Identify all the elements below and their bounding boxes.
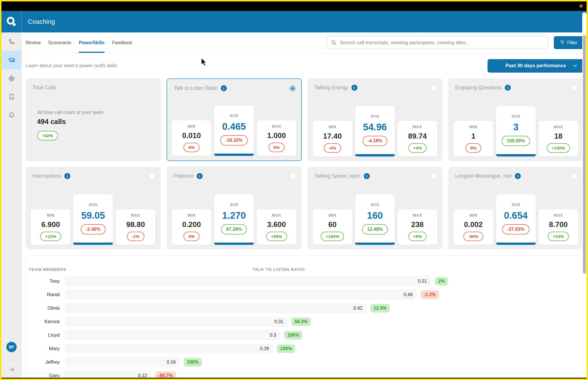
- stat-min-label: MIN: [328, 125, 336, 129]
- stat-avg-change-pill: 100.00%: [502, 136, 530, 146]
- app-window: Coaching: [1, 1, 587, 379]
- stat-avg: AVG 0.654 -27.83%: [496, 194, 536, 245]
- metric-card[interactable]: Talking Energy i MIN 17.40 -4% AVG 54.96…: [307, 78, 443, 161]
- window-bottom-edge: [1, 378, 587, 379]
- tab-review[interactable]: Review: [26, 32, 40, 53]
- info-icon[interactable]: i: [351, 85, 357, 91]
- stat-min: MIN 0.002 -50%: [454, 209, 493, 245]
- ratio-bar: 0.12: [65, 371, 151, 379]
- stat-min-change-pill: 0%: [465, 143, 481, 153]
- stat-avg: AVG 1.270 87.28%: [214, 194, 254, 245]
- team-member-row[interactable]: Tony 0.51 2%: [26, 274, 583, 288]
- ratio-value: 0.3: [270, 333, 276, 338]
- team-member-name: Kerrick: [26, 319, 60, 325]
- stat-min-change-pill: +13%: [40, 232, 61, 241]
- metric-select-radio[interactable]: [572, 173, 578, 179]
- stat-max-change-pill: -1%: [127, 232, 144, 241]
- screen-frame: Coaching: [0, 0, 588, 380]
- metric-select-radio[interactable]: [431, 85, 437, 91]
- info-icon[interactable]: i: [505, 85, 511, 91]
- tab-powerskills[interactable]: PowerSkills: [79, 32, 105, 53]
- stat-min-change-pill: +100%: [321, 232, 344, 241]
- stat-avg-label: AVG: [511, 202, 520, 207]
- info-icon[interactable]: i: [515, 173, 521, 179]
- metric-card[interactable]: Engaging Questions i MIN 1 0% AVG 3 100.…: [448, 78, 583, 161]
- column-header-metric: TALK TO LISTEN RATIO: [252, 267, 305, 272]
- stat-avg-change-pill: -2.49%: [81, 224, 106, 234]
- sidebar: BF: [1, 32, 22, 379]
- metric-card[interactable]: Interruptions i MIN 6.900 +13% AVG 59.05…: [26, 167, 161, 249]
- sidebar-collapse-toggle[interactable]: [1, 360, 22, 379]
- search-box[interactable]: [326, 36, 548, 49]
- period-dropdown[interactable]: Past 30 days performance: [488, 59, 583, 73]
- ratio-bar: 0.16: [65, 357, 180, 367]
- info-icon[interactable]: i: [221, 85, 227, 91]
- ratio-bar: 0.31: [65, 317, 287, 327]
- stat-avg-change-pill: -27.83%: [502, 224, 530, 234]
- stat-max-value: 3.600: [267, 220, 286, 229]
- info-icon[interactable]: i: [197, 173, 203, 179]
- stat-avg-value: 1.270: [222, 210, 246, 221]
- stat-max: MAX 98.80 -1%: [116, 209, 155, 245]
- ratio-value: 0.42: [353, 306, 362, 311]
- stat-max: MAX 238 +9%: [398, 209, 437, 245]
- filter-button[interactable]: Filter: [554, 36, 583, 49]
- metric-card[interactable]: Patience i MIN 0.200 0% AVG 1.270 87.28%…: [167, 167, 302, 249]
- scrollbar-track[interactable]: [582, 12, 587, 379]
- stat-max-change-pill: +9%: [408, 232, 427, 241]
- metric-card-title: Talking Energy: [314, 85, 348, 91]
- scrollbar-thumb[interactable]: [583, 35, 586, 274]
- team-member-row[interactable]: Olivia 0.42 12.3%: [26, 301, 583, 315]
- metric-card[interactable]: Talk to Listen Ratio i MIN 0.010 0% AVG …: [167, 78, 302, 161]
- stat-min: MIN 60 +100%: [313, 209, 352, 245]
- metric-select-radio[interactable]: [572, 85, 578, 91]
- sidebar-item-bookmarks[interactable]: [1, 88, 22, 106]
- column-header-team-members: TEAM MEMBERS: [29, 267, 66, 272]
- subheader: Learn about your team's power (soft) ski…: [22, 53, 587, 78]
- sidebar-item-notifications[interactable]: [1, 106, 22, 124]
- metric-select-radio[interactable]: [149, 173, 155, 179]
- sidebar-item-calls[interactable]: [1, 32, 22, 51]
- team-member-row[interactable]: Gary 0.12 -85.7%: [26, 369, 583, 379]
- phone-icon: [8, 38, 16, 46]
- stat-avg: AVG 3 100.00%: [496, 106, 536, 156]
- info-icon[interactable]: i: [364, 173, 370, 179]
- metric-select-radio[interactable]: [290, 86, 295, 91]
- metric-cards-grid: Total Calls All time call count of your …: [26, 78, 583, 249]
- tab-scorecards[interactable]: Scorecards: [48, 32, 71, 53]
- total-calls-value: 494 calls: [37, 118, 161, 126]
- metric-card-title: Longest Monologue, min: [455, 173, 512, 179]
- team-member-row[interactable]: Randi 0.49 -1.2%: [26, 288, 583, 301]
- user-avatar[interactable]: BF: [6, 342, 17, 352]
- stat-max-change-pill: +100%: [547, 143, 570, 153]
- stat-max-label: MAX: [131, 213, 140, 218]
- team-member-row[interactable]: Jeffrey 0.16 100%: [26, 355, 583, 369]
- change-badge: 100%: [277, 344, 295, 353]
- metric-card[interactable]: Longest Monologue, min i MIN 0.002 -50% …: [448, 167, 583, 249]
- stat-min: MIN 0.010 0%: [172, 120, 211, 156]
- search-input[interactable]: [340, 40, 544, 46]
- team-member-row[interactable]: Mary 0.29 100%: [26, 342, 583, 355]
- team-member-row[interactable]: Lloyd 0.3 100%: [26, 328, 583, 342]
- stat-avg-change-pill: 87.28%: [221, 224, 247, 234]
- info-icon[interactable]: i: [64, 173, 70, 179]
- stat-avg-label: AVG: [370, 202, 379, 207]
- stat-min: MIN 17.40 -4%: [313, 121, 352, 156]
- stat-min-label: MIN: [469, 125, 477, 129]
- metric-card[interactable]: Talking Speed, wpm i MIN 60 +100% AVG 16…: [307, 167, 443, 249]
- sidebar-item-targets[interactable]: [1, 69, 22, 88]
- sidebar-item-coaching[interactable]: [1, 51, 22, 69]
- logo-area[interactable]: [1, 11, 22, 32]
- stat-max-change-pill: +23%: [548, 232, 569, 241]
- ratio-value: 0.29: [260, 346, 269, 351]
- tab-feedback[interactable]: Feedback: [112, 32, 132, 53]
- team-member-row[interactable]: Kerrick 0.31 56.3%: [26, 315, 583, 328]
- stat-min-value: 1: [471, 132, 475, 141]
- metric-select-radio[interactable]: [290, 173, 296, 179]
- stat-max: MAX 89.74 +4%: [398, 121, 437, 156]
- metric-select-radio[interactable]: [431, 173, 437, 179]
- stat-max: MAX 18 +100%: [539, 121, 578, 156]
- metric-stats: MIN 6.900 +13% AVG 59.05 -2.49% MAX 98.8…: [26, 194, 161, 245]
- team-member-name: Olivia: [26, 305, 60, 311]
- search-icon: [331, 40, 337, 46]
